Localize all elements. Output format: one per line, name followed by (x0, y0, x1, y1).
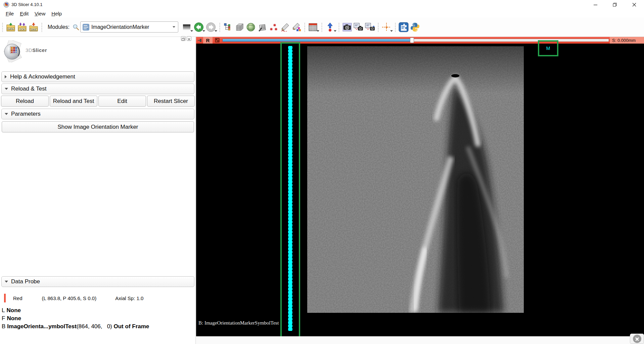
probe-slice-name: Red (13, 295, 22, 301)
parameters-section-header[interactable]: Parameters (1, 109, 194, 119)
show-image-orientation-marker-button[interactable]: Show Image Orientation Marker (2, 121, 194, 132)
slice-orientation-label[interactable]: R (203, 37, 213, 44)
toolbar-drag-handle[interactable] (377, 22, 379, 32)
data-module-button[interactable] (234, 21, 245, 33)
reload-section-title: Reload & Test (11, 85, 47, 92)
close-panel-button[interactable] (187, 36, 191, 41)
menu-view[interactable]: View (32, 10, 48, 17)
probe-slice-coords: (L 863.8, P 405.6, S 0.0) (42, 295, 97, 301)
reload-button-row: Reload Reload and Test Edit Restart Slic… (1, 96, 195, 107)
close-icon (632, 3, 636, 7)
reload-button[interactable]: Reload (1, 96, 49, 107)
python-icon (410, 22, 420, 32)
scene-restore-icon (365, 23, 375, 32)
restore-icon (613, 3, 617, 7)
module-search-button[interactable] (72, 21, 80, 33)
app-logo-icon (3, 2, 9, 8)
popup-close-icon[interactable] (633, 335, 641, 343)
extensions-puzzle-icon (399, 22, 409, 32)
search-icon (73, 24, 79, 31)
ultrasound-image[interactable] (307, 46, 524, 313)
red-slice-color-swatch (4, 294, 6, 302)
reload-section-header[interactable]: Reload & Test (1, 83, 194, 94)
dicom-button[interactable]: DCM (16, 21, 28, 33)
minimize-button[interactable] (586, 0, 605, 9)
menu-help[interactable]: Help (48, 10, 65, 17)
red-slice-view[interactable]: R S: 0.000mm (196, 37, 644, 336)
probe-slice-spacing: Axial Sp: 1.0 (115, 295, 143, 301)
slice-offset-value: S: 0.000mm (610, 37, 644, 44)
menu-bar: File Edit View Help (0, 9, 644, 17)
chevron-down-icon[interactable] (190, 30, 193, 32)
probe-layer-b: BImageOrienta...ymbolTest(864, 406, 0) O… (2, 323, 149, 330)
module-selector-combobox[interactable]: ImageOrientationMarker (80, 21, 178, 33)
minimize-icon (594, 3, 597, 7)
restart-slicer-button[interactable]: Restart Slicer (147, 96, 195, 107)
pencil-colors-icon (292, 23, 301, 32)
notification-popup[interactable] (630, 334, 644, 344)
fiducial-stars-icon (269, 23, 278, 32)
annotations-module-button[interactable] (257, 21, 268, 33)
toolbar-drag-handle[interactable] (338, 22, 340, 32)
chevron-down-icon[interactable] (317, 30, 319, 32)
probe-layer-l: LNone (2, 307, 21, 314)
modules-label: Modules: (48, 24, 70, 30)
highlight-rect-marker-line (280, 42, 300, 339)
data-probe-section-title: Data Probe (11, 278, 40, 285)
toolbar-drag-handle[interactable] (395, 22, 396, 32)
slicer-logo: 3DSlicer (2, 40, 47, 62)
slicer-logo-icon (2, 40, 24, 62)
menu-file[interactable]: File (3, 10, 17, 17)
chevron-down-icon[interactable] (334, 30, 336, 32)
window-title: 3D Slicer 4.10.1 (11, 2, 43, 7)
svg-text:DCM: DCM (20, 28, 25, 30)
python-console-button[interactable] (409, 21, 421, 33)
slider-handle[interactable] (410, 38, 414, 43)
undock-panel-button[interactable] (181, 36, 186, 41)
restore-button[interactable] (605, 0, 625, 9)
place-arrow-icon (326, 22, 334, 32)
data-probe-section-header[interactable]: Data Probe (1, 276, 194, 287)
extensions-manager-button[interactable] (398, 21, 409, 33)
help-section-title: Help & Acknowledgement (10, 73, 75, 80)
chevron-down-icon[interactable] (215, 30, 217, 32)
menu-edit[interactable]: Edit (17, 10, 32, 17)
editor-module-button[interactable] (279, 21, 291, 33)
slice-visibility-icon[interactable] (215, 38, 220, 43)
expanded-arrow-icon (5, 113, 8, 115)
scene-view-restore-button[interactable] (364, 21, 376, 33)
save-button[interactable]: SAVE (28, 21, 39, 33)
orientation-marker-letter: M (546, 46, 550, 51)
toolbar-drag-handle[interactable] (321, 22, 323, 32)
subject-hierarchy-module-button[interactable] (222, 21, 234, 33)
main-toolbar: DATA DCM SAVE Modules: (0, 17, 644, 37)
segment-editor-module-button[interactable] (291, 21, 302, 33)
pin-icon[interactable] (198, 38, 202, 43)
help-section-header[interactable]: Help & Acknowledgement (1, 71, 194, 82)
markups-module-button[interactable] (268, 21, 279, 33)
scripted-module-icon (82, 23, 90, 31)
svg-text:SAVE: SAVE (31, 28, 37, 31)
toolbar-drag-handle[interactable] (41, 22, 43, 32)
models-module-button[interactable] (245, 21, 257, 33)
reload-and-test-button[interactable]: Reload and Test (50, 96, 97, 107)
close-icon (187, 37, 191, 41)
close-button[interactable] (625, 0, 644, 9)
probe-layer-f: FNone (2, 315, 21, 322)
svg-text:DATA: DATA (8, 27, 14, 30)
edit-button[interactable]: Edit (98, 96, 146, 107)
bottom-strip (196, 336, 644, 344)
toolbar-drag-handle[interactable] (304, 22, 306, 32)
slicer-wordmark: 3DSlicer (26, 47, 47, 53)
screenshot-button[interactable] (341, 21, 353, 33)
module-panel: 3DSlicer Help & Acknowledgement Reload &… (0, 37, 196, 344)
chevron-down-icon[interactable] (390, 30, 393, 32)
scene-capture-icon (354, 23, 364, 32)
grid-pen-icon (258, 23, 267, 32)
toolbar-drag-handle[interactable] (219, 22, 221, 32)
load-data-button[interactable]: DATA (5, 21, 16, 33)
chevron-down-icon[interactable] (202, 30, 205, 32)
scene-view-capture-button[interactable] (353, 21, 364, 33)
toolbar-drag-handle[interactable] (2, 22, 3, 32)
chevron-down-icon (173, 26, 175, 28)
